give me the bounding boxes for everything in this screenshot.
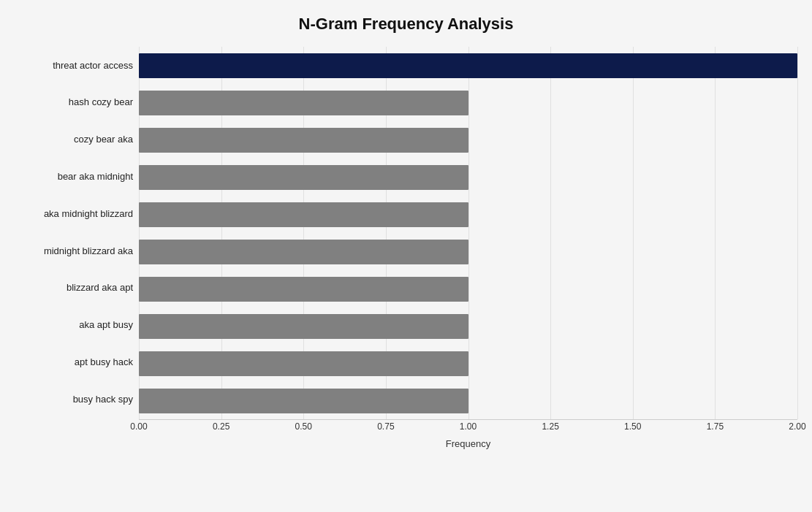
y-label: bear aka midnight [15, 169, 133, 184]
y-label: busy hack spy [15, 392, 133, 407]
x-tick: 1.00 [460, 421, 477, 432]
y-label: cozy bear aka [15, 132, 133, 147]
x-axis-label: Frequency [139, 438, 797, 449]
grid-line [797, 47, 798, 419]
bar [139, 240, 468, 264]
x-tick: 1.50 [624, 421, 641, 432]
bar-row [139, 386, 797, 416]
x-tick: 2.00 [789, 421, 805, 432]
y-label: midnight blizzard aka [15, 244, 133, 259]
y-label: aka midnight blizzard [15, 207, 133, 221]
x-axis-area: 0.000.250.500.751.001.251.501.752.00 Fre… [139, 420, 797, 449]
bar-row [139, 125, 797, 156]
bar [139, 351, 468, 376]
bar-row [139, 162, 797, 193]
y-label: apt busy hack [15, 355, 133, 370]
bar-row [139, 237, 797, 267]
bar-row [139, 348, 797, 379]
y-label: blizzard aka apt [15, 280, 133, 295]
x-tick: 0.25 [213, 421, 229, 432]
x-tick: 0.75 [377, 421, 394, 432]
bar-row [139, 50, 797, 81]
x-tick: 1.25 [542, 421, 558, 432]
bar-row [139, 274, 797, 305]
bar-row [139, 311, 797, 342]
y-labels: threat actor accesshash cozy bearcozy be… [15, 47, 139, 419]
x-tick: 0.00 [130, 421, 147, 432]
bar-row [139, 88, 797, 118]
bar [139, 202, 468, 227]
x-tick: 0.50 [295, 421, 312, 432]
bars-and-grid [139, 47, 797, 419]
bar [139, 389, 468, 413]
bar [139, 128, 468, 153]
bar-row [139, 199, 797, 230]
chart-area: threat actor accesshash cozy bearcozy be… [15, 47, 797, 449]
y-label: threat actor access [15, 58, 133, 73]
chart-title: N-Gram Frequency Analysis [15, 15, 797, 34]
bar [139, 314, 468, 339]
x-ticks: 0.000.250.500.751.001.251.501.752.00 [139, 420, 797, 432]
chart-container: N-Gram Frequency Analysis threat actor a… [0, 0, 812, 512]
bar [139, 53, 797, 78]
bar [139, 277, 468, 302]
plot-area: threat actor accesshash cozy bearcozy be… [15, 47, 797, 419]
y-label: aka apt busy [15, 318, 133, 332]
x-tick: 1.75 [707, 421, 724, 432]
bar [139, 91, 468, 115]
y-label: hash cozy bear [15, 95, 133, 110]
bar [139, 165, 468, 190]
